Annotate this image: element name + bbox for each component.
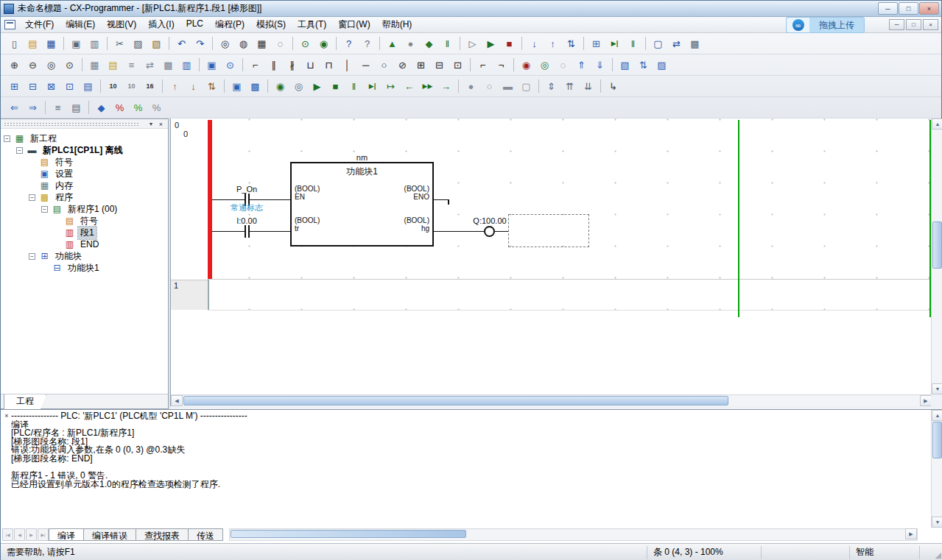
tree-item-program1[interactable]: −▤新程序1 (00) (1, 203, 168, 215)
paste-icon[interactable]: ▧ (148, 35, 165, 52)
maximize-button[interactable]: □ (899, 2, 918, 15)
clock-monitor-icon[interactable]: ⊙ (222, 57, 239, 73)
reset-value-icon[interactable]: ↓ (185, 78, 202, 94)
child-restore-button[interactable]: □ (906, 19, 921, 30)
fb-out2-name[interactable]: hg (385, 224, 429, 233)
new-plc-instruction-icon[interactable]: ⊞ (412, 57, 429, 73)
print-preview-icon[interactable]: ▥ (86, 35, 103, 52)
new-vertical-line-icon[interactable]: │ (339, 57, 356, 73)
rung-0-number[interactable]: 0 (175, 121, 179, 130)
hscroll-thumb[interactable] (183, 396, 728, 405)
transfer-from-plc-icon[interactable]: ↑ (544, 35, 561, 52)
new-or-contact-icon[interactable]: ⊔ (302, 57, 319, 73)
show-address-comment-icon[interactable]: ▥ (178, 57, 195, 73)
io-comment-view-icon[interactable]: ▣ (203, 57, 220, 73)
breakpoint-clear-icon[interactable]: ○ (481, 78, 498, 94)
section-insert-icon[interactable]: ⊞ (6, 78, 23, 94)
run-mode-icon[interactable]: ■ (501, 35, 518, 52)
shift-left-icon[interactable]: ⇐ (6, 99, 23, 116)
save-icon[interactable]: ▦ (43, 35, 60, 52)
simulator-continuous-step-icon[interactable]: ▶▶ (419, 78, 436, 94)
pause-monitor-icon[interactable]: ‖ (439, 35, 456, 52)
grid-toggle-icon[interactable]: ▦ (86, 57, 103, 73)
display-signed-decimal-icon[interactable]: 10 (123, 78, 140, 94)
menu-item-view[interactable]: 视图(V) (101, 16, 142, 33)
tree-collapse-icon[interactable]: − (41, 206, 48, 213)
line-connect-up-icon[interactable]: ⌐ (474, 57, 491, 73)
force-cancel-icon[interactable]: ◌ (555, 57, 572, 73)
zoom-100-icon[interactable]: ⊙ (61, 57, 78, 73)
contact-p-on-label[interactable]: P_On (234, 185, 259, 194)
compile-all-programs-icon[interactable]: ◉ (315, 35, 332, 52)
options-icon[interactable]: ▩ (686, 35, 703, 52)
time-chart-monitor-icon[interactable]: ⇈ (561, 78, 578, 94)
breakpoint-list-icon[interactable]: ▬ (499, 78, 516, 94)
contact-i000-bar-left[interactable] (245, 225, 246, 238)
vscroll-thumb[interactable] (932, 221, 942, 269)
zoom-in-icon[interactable]: ⊕ (6, 57, 23, 73)
show-rung-comments-icon[interactable]: ▤ (105, 57, 122, 73)
cut-icon[interactable]: ✂ (111, 35, 128, 52)
refresh-values-icon[interactable]: ⇅ (203, 78, 220, 94)
section-move-up-icon[interactable]: ⊠ (43, 78, 60, 94)
simulator-scan-run-icon[interactable]: → (437, 78, 454, 94)
line-connect-down-icon[interactable]: ¬ (493, 57, 510, 73)
selection-placeholder[interactable] (508, 214, 589, 247)
menu-item-plc[interactable]: PLC (180, 16, 209, 33)
scroll-down-icon[interactable]: ▼ (932, 383, 942, 394)
tree-item-programs[interactable]: −▩程序 (1, 191, 168, 203)
redo-icon[interactable]: ↷ (191, 35, 208, 52)
menu-item-edit[interactable]: 编辑(E) (60, 16, 101, 33)
editor-hscrollbar[interactable]: ◀ ▶ (171, 394, 932, 406)
io-panel-icon[interactable]: ▢ (518, 78, 535, 94)
debug-mode-icon[interactable]: ▶ (482, 35, 499, 52)
usage-overview-red-icon[interactable]: % (111, 99, 128, 116)
find-icon[interactable]: ◎ (217, 35, 233, 52)
minimize-button[interactable]: ─ (878, 2, 898, 15)
resize-grip[interactable]: ◢ (929, 544, 942, 560)
editor-vscrollbar[interactable]: ▲ ▼ (931, 118, 942, 394)
simulator-online-icon[interactable]: ◉ (272, 78, 289, 94)
simulator-step-icon[interactable]: ▶| (364, 78, 381, 94)
compile-program-icon[interactable]: ⊙ (297, 35, 314, 52)
select-mode-icon[interactable]: ⌐ (247, 57, 264, 73)
transfer-to-plc-icon[interactable]: ↓ (526, 35, 543, 52)
monitor-mode-icon[interactable]: ◆ (421, 35, 437, 52)
force-off-icon[interactable]: ◎ (536, 57, 553, 73)
find-in-project-icon[interactable]: ▦ (253, 35, 270, 52)
contact-i000-label[interactable]: I:0.00 (230, 216, 264, 225)
watch-window-icon[interactable]: ▢ (650, 35, 667, 52)
output-scroll-right-icon[interactable]: ▶ (905, 528, 917, 539)
menu-item-file[interactable]: 文件(F) (19, 16, 60, 33)
force-on-icon[interactable]: ◉ (518, 57, 535, 73)
change-all-icon[interactable]: ◌ (272, 35, 289, 52)
last-page-button[interactable]: ▶| (38, 528, 49, 541)
simulator-stop-icon[interactable]: ■ (327, 78, 344, 94)
work-online-simulator-icon[interactable]: ⊞ (588, 35, 605, 52)
zoom-to-fit-icon[interactable]: ◎ (43, 57, 60, 73)
open-icon[interactable]: ▤ (24, 35, 41, 52)
tree-item-symbols[interactable]: ▤符号 (1, 156, 168, 168)
pause-simulation-icon[interactable]: ‖ (625, 35, 642, 52)
breakpoint-set-icon[interactable]: ● (463, 78, 479, 94)
prev-page-button[interactable]: ◀ (14, 528, 25, 541)
online-edit-cancel-icon[interactable]: ▨ (653, 57, 670, 73)
new-icon[interactable]: ▯ (6, 35, 23, 52)
close-button[interactable]: × (919, 2, 939, 15)
undo-icon[interactable]: ↶ (173, 35, 190, 52)
menu-item-tools[interactable]: 工具(T) (292, 16, 332, 33)
auto-online-icon[interactable]: ● (402, 35, 419, 52)
fb-instance-name[interactable]: nm (290, 153, 434, 162)
panel-menu-icon[interactable]: ▼ (147, 120, 155, 128)
usage-overview-gray-icon[interactable]: % (148, 99, 165, 116)
output-scroll-down-icon[interactable]: ▼ (932, 517, 942, 528)
tree-item-memory[interactable]: ▦内存 (1, 180, 168, 191)
menu-item-help[interactable]: 帮助(H) (376, 16, 418, 33)
output-vscrollbar[interactable]: ▲ ▼ (931, 410, 942, 528)
simulator-offline-icon[interactable]: ◎ (290, 78, 307, 94)
panel-close-icon[interactable]: × (156, 120, 166, 128)
compare-with-plc-icon[interactable]: ⇅ (563, 35, 580, 52)
section-move-down-icon[interactable]: ⊡ (61, 78, 78, 94)
display-hex-icon[interactable]: 16 (141, 78, 158, 94)
tree-collapse-icon[interactable]: − (16, 147, 23, 154)
